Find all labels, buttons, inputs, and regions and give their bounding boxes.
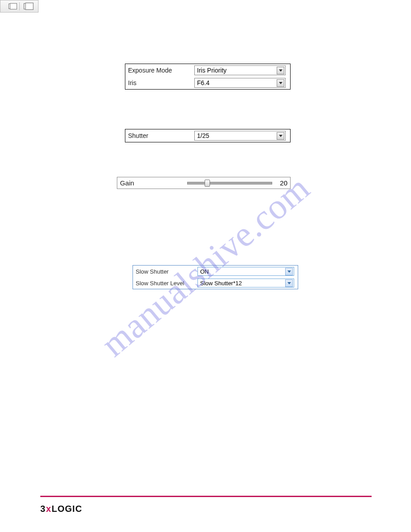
- gain-slider[interactable]: [187, 182, 272, 184]
- iris-value: F6.4: [197, 79, 210, 86]
- iris-label: Iris: [128, 79, 194, 86]
- divider: [19, 2, 20, 10]
- dropdown-icon: [277, 79, 284, 87]
- shutter-value: 1/25: [197, 132, 209, 139]
- exposure-mode-value: Iris Priority: [197, 67, 227, 74]
- iris-select[interactable]: F6.4: [194, 78, 286, 88]
- slow-shutter-value: ON: [200, 268, 209, 275]
- slow-shutter-level-select[interactable]: Slow Shutter*12: [197, 279, 294, 287]
- brand-three: 3: [40, 504, 46, 514]
- shutter-panel: Shutter 1/25: [125, 129, 291, 142]
- slow-shutter-panel: Slow Shutter ON Slow Shutter Level Slow …: [133, 265, 298, 289]
- exposure-mode-label: Exposure Mode: [128, 67, 194, 74]
- gain-value: 20: [274, 179, 287, 187]
- gain-panel: Gain 20: [117, 177, 291, 189]
- shutter-select[interactable]: 1/25: [194, 131, 286, 141]
- brand-logo: 3xLOGIC: [40, 504, 82, 514]
- gain-slider-thumb[interactable]: [205, 180, 210, 187]
- window-small-icon[interactable]: [9, 4, 15, 9]
- brand-logic: LOGIC: [51, 504, 82, 514]
- brand-x: x: [46, 504, 51, 514]
- dropdown-icon: [285, 268, 293, 275]
- footer-divider: [40, 496, 372, 497]
- shutter-label: Shutter: [128, 132, 194, 139]
- window-large-icon[interactable]: [23, 3, 30, 9]
- gain-label: Gain: [120, 179, 187, 187]
- exposure-mode-select[interactable]: Iris Priority: [194, 65, 286, 75]
- slow-shutter-select[interactable]: ON: [197, 267, 294, 276]
- slow-shutter-label: Slow Shutter: [136, 268, 197, 275]
- slow-shutter-level-value: Slow Shutter*12: [200, 280, 242, 287]
- dropdown-icon: [277, 67, 284, 74]
- dropdown-icon: [277, 132, 284, 140]
- exposure-panel: Exposure Mode Iris Priority Iris F6.4: [125, 64, 291, 90]
- dropdown-icon: [285, 279, 293, 287]
- preview-size-toggle: [0, 0, 39, 13]
- slow-shutter-level-label: Slow Shutter Level: [136, 280, 197, 287]
